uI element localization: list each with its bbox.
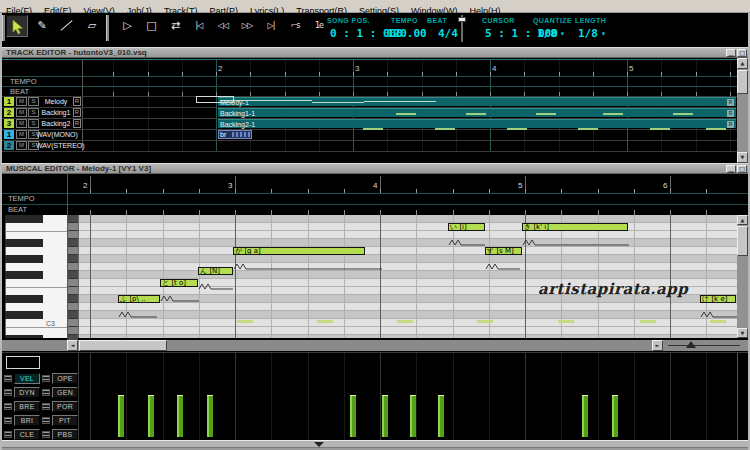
short-note[interactable] bbox=[477, 320, 493, 323]
part-backing1-1[interactable]: Backing1-1R bbox=[218, 108, 736, 117]
tempo-value[interactable]: 120.00 bbox=[387, 27, 427, 40]
control-pbs-button[interactable]: PBS bbox=[52, 429, 78, 440]
note[interactable]: い [i] bbox=[448, 223, 485, 231]
velocity-bar[interactable] bbox=[612, 395, 618, 437]
note[interactable]: ふ [p\ .. bbox=[118, 295, 160, 303]
mute-button[interactable]: M bbox=[16, 130, 27, 139]
quantize-dropdown-icon[interactable]: ▾ bbox=[560, 29, 565, 38]
length-select[interactable]: 1/8▾ bbox=[578, 27, 606, 40]
part-render-box[interactable]: R bbox=[727, 110, 734, 117]
black-key[interactable] bbox=[5, 239, 43, 247]
track-name[interactable]: Backing1 bbox=[40, 109, 72, 116]
velocity-bar[interactable] bbox=[382, 395, 388, 437]
to-end-button[interactable]: ▷| bbox=[260, 15, 282, 37]
note[interactable]: す [s M] bbox=[485, 247, 522, 255]
track-name[interactable]: WAV(STEREO) bbox=[36, 142, 78, 149]
track-render-button[interactable]: R bbox=[73, 119, 81, 128]
control-ope-button[interactable]: OPE bbox=[52, 373, 78, 384]
track-name[interactable]: Backing2 bbox=[40, 120, 72, 127]
zoom-slider-thumb[interactable] bbox=[686, 341, 696, 348]
control-dyn-button[interactable]: DYN bbox=[14, 387, 40, 398]
solo-button[interactable]: S bbox=[28, 119, 39, 128]
marker-start-button[interactable]: ⌐s bbox=[284, 15, 306, 37]
mute-button[interactable]: M bbox=[16, 141, 27, 150]
pointer-tool-button[interactable] bbox=[6, 15, 28, 37]
part-render-box[interactable]: R bbox=[727, 121, 734, 128]
velocity-bar[interactable] bbox=[177, 395, 183, 437]
solo-button[interactable]: S bbox=[28, 108, 39, 117]
play-button[interactable]: ▷ bbox=[116, 15, 138, 37]
scroll-up-icon[interactable]: ▲ bbox=[737, 215, 748, 225]
scroll-down-icon[interactable]: ▼ bbox=[737, 152, 748, 163]
black-key[interactable] bbox=[5, 295, 43, 303]
note[interactable]: が [g a] bbox=[233, 247, 365, 255]
part-melody-1[interactable]: Melody-1R bbox=[218, 97, 736, 106]
note[interactable]: け [k e] bbox=[700, 295, 736, 303]
track-render-button[interactable]: R bbox=[73, 108, 81, 117]
black-key[interactable] bbox=[5, 335, 43, 338]
velocity-bar[interactable] bbox=[148, 395, 154, 437]
velocity-bar[interactable] bbox=[582, 395, 588, 437]
mute-button[interactable]: M bbox=[16, 108, 27, 117]
mute-button[interactable]: M bbox=[16, 97, 27, 106]
control-gen-button[interactable]: GEN bbox=[52, 387, 78, 398]
mute-button[interactable]: M bbox=[16, 119, 27, 128]
zoom-slider-track[interactable] bbox=[668, 345, 740, 346]
control-cle-button[interactable]: CLE bbox=[14, 429, 40, 440]
solo-button[interactable]: S bbox=[28, 97, 39, 106]
scroll-left-icon[interactable]: ◄ bbox=[67, 340, 78, 351]
black-key[interactable] bbox=[5, 255, 43, 263]
note[interactable]: と [t o] bbox=[160, 279, 198, 287]
line-tool-button[interactable] bbox=[56, 15, 78, 37]
eraser-tool-button[interactable]: ▱ bbox=[81, 15, 103, 37]
track-editor-maximize-button[interactable]: □ bbox=[737, 49, 747, 57]
short-note[interactable] bbox=[558, 320, 574, 323]
control-bre-button[interactable]: BRE bbox=[14, 401, 40, 412]
velocity-bar[interactable] bbox=[438, 395, 444, 437]
wav-clip-br[interactable]: br bbox=[218, 130, 252, 139]
quantize-select[interactable]: 1/8▾ bbox=[537, 27, 565, 40]
control-por-button[interactable]: POR bbox=[52, 401, 78, 412]
rewind-button[interactable]: ◁◁ bbox=[212, 15, 234, 37]
control-bri-button[interactable]: BRI bbox=[14, 415, 40, 426]
track-editor-minimize-button[interactable]: ▁ bbox=[726, 49, 736, 57]
musical-editor-titlebar[interactable]: MUSICAL EDITOR - Melody-1 [VY1 V3] bbox=[2, 163, 748, 174]
control-pit-button[interactable]: PIT bbox=[52, 415, 78, 426]
beat-value[interactable]: 4/4 bbox=[438, 27, 458, 40]
short-note[interactable] bbox=[317, 320, 333, 323]
scroll-right-icon[interactable]: ► bbox=[652, 340, 663, 351]
te-scrollbar-thumb[interactable] bbox=[737, 70, 748, 94]
track-render-button[interactable]: R bbox=[73, 97, 81, 106]
musical-editor-maximize-button[interactable]: □ bbox=[737, 165, 747, 173]
velocity-bar[interactable] bbox=[118, 395, 124, 437]
short-note[interactable] bbox=[710, 320, 726, 323]
velocity-bar[interactable] bbox=[350, 395, 356, 437]
part-render-box[interactable]: R bbox=[727, 99, 734, 106]
pencil-tool-button[interactable]: ✎ bbox=[31, 15, 53, 37]
short-note[interactable] bbox=[237, 320, 253, 323]
short-note[interactable] bbox=[397, 320, 413, 323]
short-note[interactable] bbox=[640, 320, 656, 323]
track-name[interactable]: Melody bbox=[40, 98, 72, 105]
toolbar-slider-handle[interactable] bbox=[458, 17, 466, 22]
note[interactable]: き [k' i] bbox=[522, 223, 628, 231]
track-editor-titlebar[interactable]: TRACK EDITOR - hutontoV3_010.vsq bbox=[2, 47, 748, 58]
musical-editor-minimize-button[interactable]: ▁ bbox=[726, 165, 736, 173]
loop-button[interactable]: ⇄ bbox=[164, 15, 186, 37]
stop-button[interactable]: □ bbox=[140, 15, 162, 37]
velocity-bar[interactable] bbox=[410, 395, 416, 437]
black-key[interactable] bbox=[5, 271, 43, 279]
scroll-down-icon[interactable]: ▼ bbox=[737, 328, 748, 338]
scroll-up-icon[interactable]: ▲ bbox=[737, 58, 748, 69]
me-hscrollbar-thumb[interactable] bbox=[79, 340, 167, 351]
control-vel-button[interactable]: VEL bbox=[14, 373, 40, 384]
track-name[interactable]: WAV(MONO) bbox=[36, 131, 78, 138]
to-start-button[interactable]: |◁ bbox=[188, 15, 210, 37]
length-dropdown-icon[interactable]: ▾ bbox=[601, 29, 606, 38]
black-key[interactable] bbox=[5, 311, 43, 319]
velocity-bar[interactable] bbox=[207, 395, 213, 437]
note[interactable]: ん [N] bbox=[198, 267, 233, 275]
black-key[interactable] bbox=[5, 215, 43, 223]
bottom-splitter[interactable] bbox=[0, 440, 750, 448]
me-scrollbar-thumb[interactable] bbox=[737, 226, 748, 256]
